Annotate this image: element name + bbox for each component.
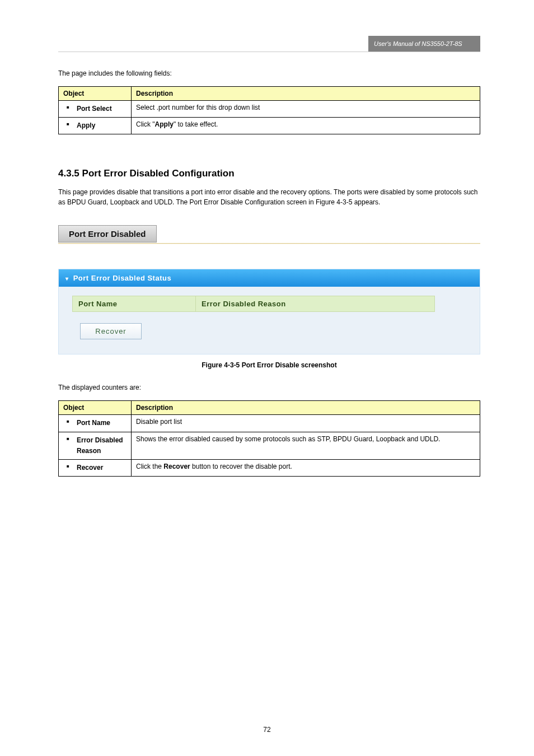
tab-port-error-disabled[interactable]: Port Error Disabled <box>58 225 157 242</box>
object-desc: Disable port list <box>132 415 480 432</box>
recover-button[interactable]: Recover <box>80 323 142 339</box>
object-label: Port Select <box>63 104 127 114</box>
object-label: Apply <box>63 120 127 131</box>
tab-underline <box>58 243 480 244</box>
object-label: Error Disabled Reason <box>63 435 127 456</box>
col-description: Description <box>132 87 480 101</box>
col-object: Object <box>59 401 132 415</box>
object-description-table-2: Object Description Port Name Disable por… <box>58 400 480 477</box>
section-paragraph: This page provides disable that transiti… <box>58 187 480 207</box>
col-port-name: Port Name <box>73 296 196 312</box>
table-row: Port Select Select .port number for this… <box>59 101 480 118</box>
caret-down-icon: ▾ <box>65 276 69 282</box>
object-desc: Select .port number for this drop down l… <box>132 101 480 118</box>
col-object: Object <box>59 87 132 101</box>
object-desc: Click the Recover button to recover the … <box>132 459 480 476</box>
object-desc: Shows the error disabled caused by some … <box>132 432 480 459</box>
intro-text: The page includes the following fields: <box>58 68 480 78</box>
header-manual-title: User's Manual of NS3550-2T-8S <box>368 36 480 52</box>
table-row: Recover Click the Recover button to reco… <box>59 459 480 476</box>
panel-title-text: Port Error Disabled Status <box>73 274 172 282</box>
object-label: Port Name <box>63 418 127 428</box>
object-label: Recover <box>63 463 127 473</box>
status-panel: ▾ Port Error Disabled Status Port Name E… <box>58 269 480 354</box>
col-description: Description <box>132 401 480 415</box>
table-row: Apply Click "Apply" to take effect. <box>59 118 480 134</box>
section-heading: 4.3.5 Port Error Disabled Configuration <box>58 168 480 179</box>
ui-screenshot: Port Error Disabled ▾ Port Error Disable… <box>58 225 480 354</box>
col-error-reason: Error Disabled Reason <box>196 296 435 312</box>
table-row: Port Name Disable port list <box>59 415 480 432</box>
header-divider <box>58 52 480 52</box>
figure-caption: Figure 4-3-5 Port Error Disable screensh… <box>58 361 480 369</box>
table-row: Error Disabled Reason Shows the error di… <box>59 432 480 459</box>
panel-title[interactable]: ▾ Port Error Disabled Status <box>59 269 480 287</box>
object-description-table-1: Object Description Port Select Select .p… <box>58 86 480 134</box>
status-table: Port Name Error Disabled Reason <box>72 296 435 312</box>
table2-intro: The displayed counters are: <box>58 382 480 393</box>
object-desc: Click "Apply" to take effect. <box>132 118 480 134</box>
page-number: 72 <box>0 726 534 734</box>
